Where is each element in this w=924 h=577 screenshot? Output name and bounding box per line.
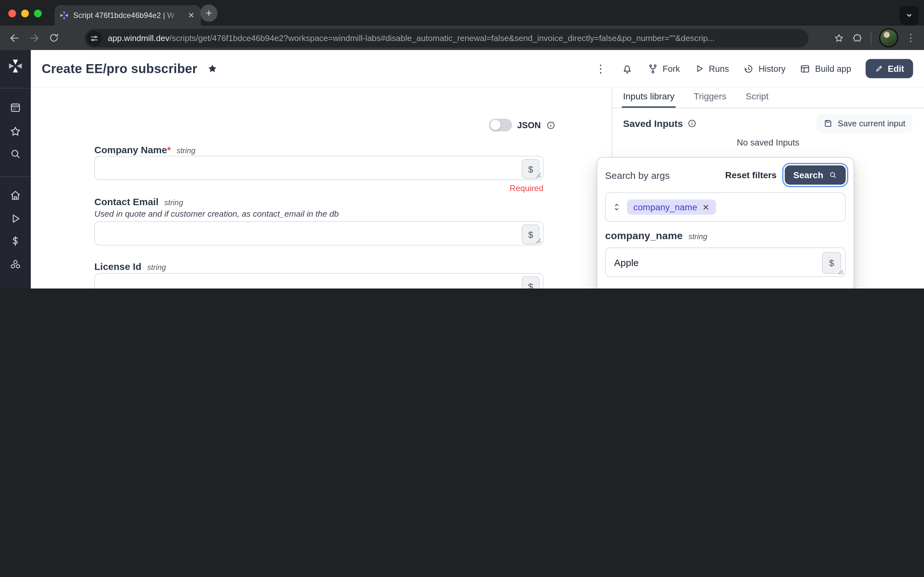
contact-email-input[interactable] — [95, 222, 543, 245]
window-minimize-button[interactable] — [21, 10, 29, 17]
search-label: Search — [793, 170, 823, 180]
favorite-star-icon[interactable] — [206, 63, 218, 74]
license-id-input[interactable] — [95, 274, 543, 288]
no-saved-inputs-text: No saved Inputs — [612, 138, 924, 147]
site-settings-icon[interactable] — [87, 31, 102, 46]
panel-tabs: Inputs library Triggers Script — [612, 88, 924, 108]
sidebar-divider — [0, 88, 31, 89]
sidebar-item-apps[interactable] — [8, 100, 23, 115]
forward-button[interactable] — [26, 30, 42, 45]
type-tag: string — [688, 232, 708, 241]
popup-field-label: company_namestring — [605, 230, 846, 242]
back-button[interactable] — [6, 30, 22, 45]
script-header: Create EE/pro subscriber ⋮ Fork Runs His… — [31, 50, 924, 88]
popup-title: Search by args — [605, 169, 670, 181]
search-icon — [829, 171, 837, 179]
history-label: History — [758, 64, 785, 73]
args-filter-input[interactable]: company_name ✕ — [605, 192, 846, 222]
fork-icon — [647, 63, 658, 74]
build-app-button[interactable]: Build app — [800, 63, 851, 74]
save-current-input-button[interactable]: Save current input — [817, 114, 913, 132]
tab-title: Script 476f1bdce46b94e2 | W — [73, 11, 182, 20]
insert-variable-button[interactable]: $ — [522, 276, 540, 288]
url-text: app.windmill.dev/scripts/get/476f1bdce46… — [108, 33, 715, 43]
url-path: /scripts/get/476f1bdce46b94e2?workspace=… — [170, 33, 714, 43]
type-tag: string — [147, 263, 166, 272]
sidebar-item-billing[interactable] — [8, 234, 23, 249]
window-close-button[interactable] — [8, 10, 16, 17]
toolbar-divider — [871, 32, 871, 44]
type-tag: string — [164, 198, 183, 207]
required-note: Required — [94, 183, 543, 193]
license-id-label: License Idstring — [94, 261, 166, 272]
company-name-field: $ — [94, 156, 543, 180]
sidebar-item-search[interactable] — [8, 146, 23, 161]
contact-email-description: Used in quote and if customer creation, … — [94, 209, 339, 219]
saved-inputs-title: Saved Inputs — [623, 118, 697, 129]
new-tab-button[interactable]: + — [200, 5, 218, 22]
company-name-filter-field: $ — [605, 247, 846, 277]
reset-filters-button[interactable]: Reset filters — [725, 170, 776, 180]
saved-inputs-info-icon[interactable] — [688, 118, 697, 128]
app-sidebar: + — [0, 50, 31, 288]
sidebar-item-resources[interactable] — [8, 257, 23, 272]
app-grid-icon — [800, 63, 811, 74]
header-actions: ⋮ Fork Runs History Build app — [595, 59, 924, 78]
arg-chip-company-name[interactable]: company_name ✕ — [627, 199, 716, 215]
contact-email-label: Contact Emailstring — [94, 196, 183, 207]
company-name-label: Company Name*string — [94, 144, 195, 155]
browser-titlebar: Script 476f1bdce46b94e2 | W ✕ + — [0, 0, 924, 26]
json-toggle-label: JSON — [517, 120, 541, 130]
browser-menu-icon[interactable]: ⋮ — [906, 32, 916, 44]
sidebar-divider — [0, 176, 31, 177]
resize-handle[interactable] — [838, 269, 844, 275]
notifications-bell-icon[interactable] — [621, 63, 633, 75]
type-tag: string — [176, 146, 195, 155]
save-icon — [824, 118, 833, 128]
tab-inputs-library[interactable]: Inputs library — [623, 88, 674, 108]
url-bar[interactable]: app.windmill.dev/scripts/get/476f1bdce46… — [85, 29, 809, 47]
json-info-icon[interactable] — [546, 120, 556, 130]
runs-label: Runs — [709, 64, 729, 73]
edit-button[interactable]: Edit — [865, 59, 913, 78]
windmill-logo[interactable] — [8, 58, 23, 74]
search-by-args-popup: Search by args Reset filters Search comp… — [597, 157, 854, 288]
more-menu-icon[interactable]: ⋮ — [595, 62, 607, 75]
history-icon — [743, 63, 754, 74]
url-host: app.windmill.dev — [108, 33, 170, 43]
required-asterisk: * — [167, 144, 171, 155]
play-icon — [694, 63, 704, 74]
bookmark-star-icon[interactable] — [834, 32, 845, 43]
screen: Script 476f1bdce46b94e2 | W ✕ + app.wind… — [0, 0, 924, 288]
save-current-input-label: Save current input — [838, 118, 905, 128]
license-id-field: $ — [94, 273, 543, 288]
json-toggle[interactable] — [489, 119, 512, 131]
sidebar-item-favorites[interactable] — [8, 124, 23, 139]
tab-script[interactable]: Script — [746, 88, 769, 108]
profile-avatar[interactable] — [879, 28, 898, 47]
company-name-filter-input[interactable] — [606, 248, 845, 276]
contact-email-field: $ — [94, 221, 543, 245]
chip-remove-icon[interactable]: ✕ — [702, 202, 709, 212]
chip-label: company_name — [633, 202, 697, 212]
fork-label: Fork — [662, 64, 680, 73]
sidebar-item-runs[interactable] — [8, 211, 23, 226]
resize-handle[interactable] — [536, 238, 541, 243]
fork-button[interactable]: Fork — [647, 63, 680, 74]
company-name-input[interactable] — [95, 156, 543, 179]
runs-button[interactable]: Runs — [694, 63, 729, 74]
reload-button[interactable] — [46, 30, 61, 45]
search-button[interactable]: Search — [785, 165, 846, 185]
script-form: JSON Company Name*string $ Required Cont… — [31, 88, 612, 288]
tab-search-chevron-icon[interactable] — [900, 6, 919, 25]
history-button[interactable]: History — [743, 63, 785, 74]
chevron-up-down-icon[interactable] — [612, 202, 622, 212]
browser-tab[interactable]: Script 476f1bdce46b94e2 | W ✕ — [55, 5, 201, 26]
resize-handle[interactable] — [536, 172, 541, 178]
tab-triggers[interactable]: Triggers — [694, 88, 726, 108]
build-app-label: Build app — [815, 64, 851, 73]
extensions-icon[interactable] — [852, 32, 863, 43]
tab-close-icon[interactable]: ✕ — [187, 10, 196, 21]
window-zoom-button[interactable] — [34, 10, 42, 17]
sidebar-item-home[interactable] — [8, 188, 23, 203]
